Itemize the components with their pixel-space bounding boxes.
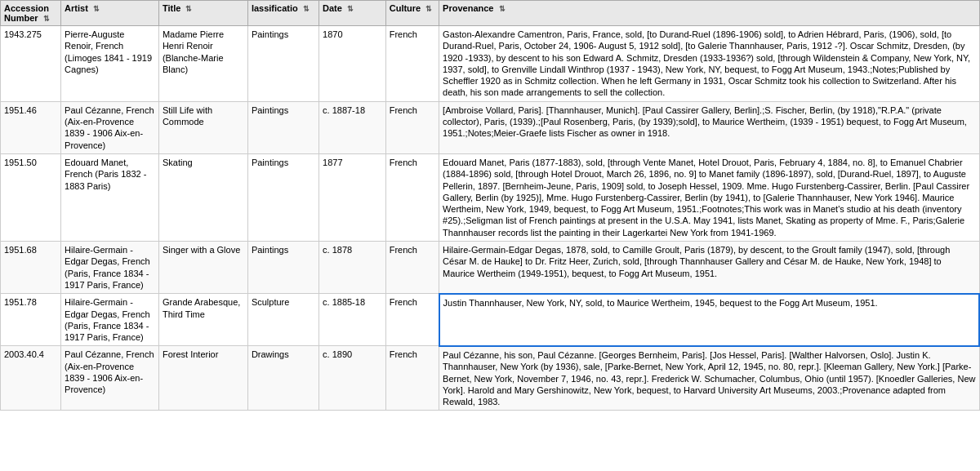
cell-date: c. 1890 bbox=[319, 346, 386, 411]
cell-artist: Paul Cézanne, French (Aix-en-Provence 18… bbox=[61, 346, 159, 411]
table-row: 1943.275Pierre-Auguste Renoir, French (L… bbox=[1, 26, 980, 102]
cell-date: c. 1878 bbox=[319, 242, 386, 294]
col-header-title-label: Title bbox=[163, 3, 180, 13]
col-header-artist[interactable]: Artist ⇅ bbox=[61, 1, 159, 26]
sort-icon-culture[interactable]: ⇅ bbox=[425, 5, 432, 13]
cell-culture: French bbox=[385, 26, 439, 102]
sort-icon-title[interactable]: ⇅ bbox=[185, 5, 192, 13]
col-header-date[interactable]: Date ⇅ bbox=[319, 1, 386, 26]
table-row: 1951.78Hilaire-Germain -Edgar Degas, Fre… bbox=[1, 294, 980, 346]
cell-accession: 1951.68 bbox=[1, 242, 61, 294]
cell-title: Madame Pierre Henri Renoir (Blanche-Mari… bbox=[158, 26, 247, 102]
table-row: 1951.46Paul Cézanne, French (Aix-en-Prov… bbox=[1, 101, 980, 153]
sort-icon-classification[interactable]: ⇅ bbox=[303, 5, 310, 13]
cell-date: c. 1885-18 bbox=[319, 294, 386, 346]
cell-classification: Paintings bbox=[247, 26, 318, 102]
cell-title: Singer with a Glove bbox=[158, 242, 247, 294]
cell-artist: Edouard Manet, French (Paris 1832 - 1883… bbox=[61, 153, 159, 241]
sort-icon-artist[interactable]: ⇅ bbox=[93, 5, 100, 13]
cell-provenance: Hilaire-Germain-Edgar Degas, 1878, sold,… bbox=[439, 242, 979, 294]
cell-date: 1870 bbox=[319, 26, 386, 102]
col-header-culture-label: Culture bbox=[390, 3, 421, 13]
sort-icon-accession[interactable]: ⇅ bbox=[43, 15, 50, 23]
cell-culture: French bbox=[385, 294, 439, 346]
cell-classification: Paintings bbox=[247, 153, 318, 241]
table-row: 1951.50Edouard Manet, French (Paris 1832… bbox=[1, 153, 980, 241]
cell-title: Skating bbox=[158, 153, 247, 241]
provenance-table: AccessionNumber ⇅ Artist ⇅ Title ⇅ lassi… bbox=[0, 0, 980, 411]
cell-classification: Sculpture bbox=[247, 294, 318, 346]
cell-title: Grande Arabesque, Third Time bbox=[158, 294, 247, 346]
cell-date: 1877 bbox=[319, 153, 386, 241]
col-header-culture[interactable]: Culture ⇅ bbox=[385, 1, 439, 26]
cell-accession: 2003.40.4 bbox=[1, 346, 61, 411]
cell-provenance: [Ambroise Vollard, Paris]. [Thannhauser,… bbox=[439, 101, 979, 153]
cell-date: c. 1887-18 bbox=[319, 101, 386, 153]
cell-provenance: Gaston-Alexandre Camentron, Paris, Franc… bbox=[439, 26, 979, 102]
cell-classification: Paintings bbox=[247, 242, 318, 294]
cell-accession: 1951.78 bbox=[1, 294, 61, 346]
cell-classification: Paintings bbox=[247, 101, 318, 153]
cell-accession: 1951.50 bbox=[1, 153, 61, 241]
cell-title: Forest Interior bbox=[158, 346, 247, 411]
table-row: 1951.68Hilaire-Germain -Edgar Degas, Fre… bbox=[1, 242, 980, 294]
col-header-classification[interactable]: lassificatio ⇅ bbox=[247, 1, 318, 26]
cell-provenance: Paul Cézanne, his son, Paul Cézanne. [Ge… bbox=[439, 346, 979, 411]
cell-artist: Pierre-Auguste Renoir, French (Limoges 1… bbox=[61, 26, 159, 102]
cell-artist: Hilaire-Germain -Edgar Degas, French (Pa… bbox=[61, 242, 159, 294]
sort-icon-provenance[interactable]: ⇅ bbox=[499, 5, 506, 13]
table-header-row: AccessionNumber ⇅ Artist ⇅ Title ⇅ lassi… bbox=[1, 1, 980, 26]
cell-culture: French bbox=[385, 346, 439, 411]
col-header-provenance-label: Provenance bbox=[443, 3, 493, 13]
cell-provenance: Justin Thannhauser, New York, NY, sold, … bbox=[439, 294, 979, 346]
col-header-date-label: Date bbox=[323, 3, 342, 13]
cell-accession: 1951.46 bbox=[1, 101, 61, 153]
cell-title: Still Life with Commode bbox=[158, 101, 247, 153]
table-row: 2003.40.4Paul Cézanne, French (Aix-en-Pr… bbox=[1, 346, 980, 411]
sort-icon-date[interactable]: ⇅ bbox=[347, 5, 354, 13]
cell-culture: French bbox=[385, 153, 439, 241]
cell-accession: 1943.275 bbox=[1, 26, 61, 102]
col-header-artist-label: Artist bbox=[65, 3, 88, 13]
main-table-container: AccessionNumber ⇅ Artist ⇅ Title ⇅ lassi… bbox=[0, 0, 980, 411]
cell-artist: Paul Cézanne, French (Aix-en-Provence 18… bbox=[61, 101, 159, 153]
col-header-provenance[interactable]: Provenance ⇅ bbox=[439, 1, 979, 26]
cell-provenance: Edouard Manet, Paris (1877-1883), sold, … bbox=[439, 153, 979, 241]
col-header-title[interactable]: Title ⇅ bbox=[158, 1, 247, 26]
cell-artist: Hilaire-Germain -Edgar Degas, French (Pa… bbox=[61, 294, 159, 346]
cell-culture: French bbox=[385, 101, 439, 153]
cell-culture: French bbox=[385, 242, 439, 294]
cell-classification: Drawings bbox=[247, 346, 318, 411]
col-header-classification-label: lassificatio bbox=[252, 3, 298, 13]
col-header-accession[interactable]: AccessionNumber ⇅ bbox=[1, 1, 61, 26]
